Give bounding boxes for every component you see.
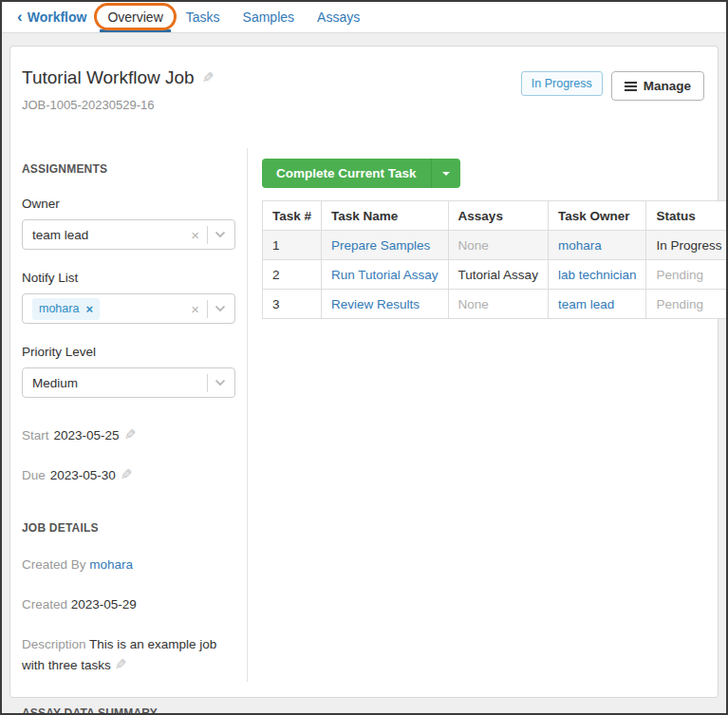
task-assays: None <box>448 290 548 319</box>
task-status: Pending <box>646 260 728 290</box>
job-panel: Tutorial Workflow Job ✎ JOB-1005-2023052… <box>9 46 719 698</box>
due-date-row: Due 2023-05-30 ✎ <box>22 466 235 483</box>
created-by-row: Created By mohara <box>22 556 235 574</box>
chevron-left-icon: ‹ <box>17 9 23 25</box>
back-label: Workflow <box>28 9 87 25</box>
menu-icon <box>625 82 637 91</box>
complete-current-task-button[interactable]: Complete Current Task <box>262 159 431 188</box>
tab-tasks[interactable]: Tasks <box>180 2 226 32</box>
task-num: 2 <box>263 260 322 290</box>
page-title: Tutorial Workflow Job <box>22 67 195 88</box>
col-assays: Assays <box>448 201 548 231</box>
notify-list-label: Notify List <box>22 271 235 285</box>
caret-down-icon <box>442 172 450 176</box>
owner-select-value: team lead <box>32 228 189 242</box>
chevron-down-icon[interactable] <box>215 379 226 386</box>
description-row: Description This is an example job with … <box>22 636 235 675</box>
due-label: Due <box>22 468 46 482</box>
task-owner-link[interactable]: team lead <box>558 297 614 311</box>
table-header-row: Task # Task Name Assays Task Owner Statu… <box>263 201 728 231</box>
notify-list-select[interactable]: mohara × × <box>22 293 235 324</box>
created-by-label: Created By <box>22 557 86 572</box>
edit-start-date-icon[interactable]: ✎ <box>124 426 137 443</box>
created-value: 2023-05-29 <box>71 597 137 612</box>
task-assays: None <box>448 231 548 260</box>
main-area: Complete Current Task Task # Task Name A… <box>248 148 728 682</box>
task-num: 1 <box>263 231 322 260</box>
edit-description-icon[interactable]: ✎ <box>115 654 127 674</box>
start-value: 2023-05-25 <box>54 428 120 442</box>
tasks-table: Task # Task Name Assays Task Owner Statu… <box>262 200 728 319</box>
chevron-down-icon[interactable] <box>215 231 226 238</box>
task-owner-link[interactable]: mohara <box>558 238 602 253</box>
notify-tag-wrap: mohara × <box>32 298 189 320</box>
created-by-user-link[interactable]: mohara <box>89 557 133 572</box>
select-divider <box>207 300 208 318</box>
col-task-owner: Task Owner <box>548 201 646 231</box>
page-title-row: Tutorial Workflow Job ✎ <box>22 67 214 88</box>
header-actions: In Progress Manage <box>521 67 704 101</box>
start-label: Start <box>22 428 49 442</box>
owner-clear-icon[interactable]: × <box>189 228 201 242</box>
task-num: 3 <box>263 290 322 319</box>
owner-label: Owner <box>22 197 235 211</box>
priority-select[interactable]: Medium <box>22 367 235 398</box>
description-label: Description <box>22 637 86 651</box>
task-owner-link[interactable]: lab technician <box>558 268 637 282</box>
task-status: Pending <box>646 290 728 319</box>
back-to-workflow-link[interactable]: ‹ Workflow <box>11 2 92 32</box>
due-value: 2023-05-30 <box>50 468 116 482</box>
tab-overview[interactable]: Overview <box>102 2 168 32</box>
workflow-job-page: { "nav": { "back_label": "Workflow", "ta… <box>0 0 728 715</box>
select-divider <box>207 374 208 392</box>
chevron-down-icon[interactable] <box>215 305 226 312</box>
tab-overview-label: Overview <box>107 9 162 25</box>
tag-remove-icon[interactable]: × <box>85 302 93 316</box>
active-tab-underline <box>100 29 170 32</box>
tab-assays-label: Assays <box>317 9 360 25</box>
col-task-name: Task Name <box>322 201 449 231</box>
content-row: ASSIGNMENTS Owner team lead × Notify Lis… <box>10 148 718 697</box>
priority-select-value: Medium <box>32 376 201 390</box>
assignments-heading: ASSIGNMENTS <box>22 162 235 176</box>
task-assays: Tutorial Assay <box>448 260 548 290</box>
task-name-link[interactable]: Run Tutorial Assay <box>331 268 439 282</box>
job-details-heading: JOB DETAILS <box>22 521 235 535</box>
select-divider <box>207 226 208 244</box>
tab-tasks-label: Tasks <box>186 9 220 25</box>
job-id: JOB-1005-20230529-16 <box>22 98 214 112</box>
notify-clear-icon[interactable]: × <box>189 302 201 316</box>
start-date-row: Start 2023-05-25 ✎ <box>22 426 235 443</box>
created-label: Created <box>22 597 67 612</box>
sidebar: ASSIGNMENTS Owner team lead × Notify Lis… <box>10 148 248 682</box>
status-badge: In Progress <box>521 71 603 96</box>
edit-title-icon[interactable]: ✎ <box>202 69 215 86</box>
complete-task-split-button: Complete Current Task <box>262 159 460 188</box>
edit-due-date-icon[interactable]: ✎ <box>121 466 133 483</box>
task-name-link[interactable]: Review Results <box>331 297 420 311</box>
title-block: Tutorial Workflow Job ✎ JOB-1005-2023052… <box>22 67 214 112</box>
notify-tag: mohara × <box>32 298 100 320</box>
col-status: Status <box>646 201 728 231</box>
task-status: In Progress <box>646 231 728 260</box>
manage-button-label: Manage <box>644 79 691 93</box>
owner-select[interactable]: team lead × <box>22 219 235 250</box>
assay-summary-heading: ASSAY DATA SUMMARY <box>22 706 235 715</box>
top-nav: ‹ Workflow Overview Tasks Samples Assays <box>2 2 726 33</box>
table-row: 3 Review Results None team lead Pending <box>263 290 728 319</box>
tab-assays[interactable]: Assays <box>311 2 365 32</box>
tab-samples[interactable]: Samples <box>237 2 300 32</box>
tab-samples-label: Samples <box>243 9 294 25</box>
col-task-num: Task # <box>263 201 322 231</box>
panel-header: Tutorial Workflow Job ✎ JOB-1005-2023052… <box>10 47 718 112</box>
notify-tag-label: mohara <box>39 302 79 315</box>
created-row: Created 2023-05-29 <box>22 596 235 614</box>
priority-label: Priority Level <box>22 345 235 359</box>
table-row: 2 Run Tutorial Assay Tutorial Assay lab … <box>263 260 728 290</box>
table-row: 1 Prepare Samples None mohara In Progres… <box>263 231 728 260</box>
task-name-link[interactable]: Prepare Samples <box>331 238 430 253</box>
complete-task-menu-button[interactable] <box>431 159 460 188</box>
manage-button[interactable]: Manage <box>611 71 704 101</box>
